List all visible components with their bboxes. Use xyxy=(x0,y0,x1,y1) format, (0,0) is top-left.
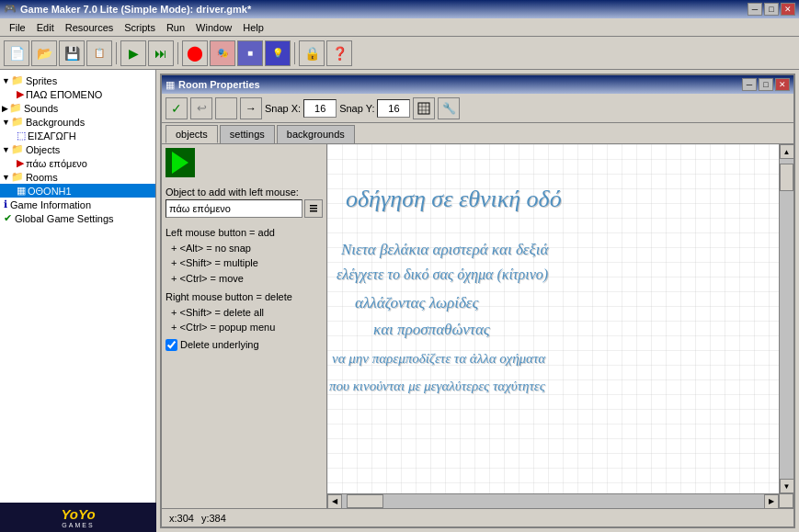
obj-icon-1: ▶ xyxy=(17,157,24,169)
object-browse-btn[interactable] xyxy=(304,199,323,218)
object-name-input[interactable] xyxy=(166,199,302,218)
toolbar-open[interactable]: 📂 xyxy=(31,40,57,66)
folder-icon-backgrounds: 📁 xyxy=(11,116,24,128)
sidebar-label-rooms: Rooms xyxy=(26,172,58,183)
folder-icon-rooms: 📁 xyxy=(11,171,24,183)
menu-run[interactable]: Run xyxy=(161,20,190,35)
sidebar-item-game-info[interactable]: ℹ Game Information xyxy=(0,198,155,211)
tab-backgrounds[interactable]: backgrounds xyxy=(277,125,355,143)
sidebar: ▼ 📁 Sprites ▶ ΠΑΩ ΕΠΟΜΕΝΟ ▶ 📁 Sounds ▼ 📁… xyxy=(0,70,156,532)
h-scroll-left-btn[interactable]: ◀ xyxy=(327,494,342,509)
sidebar-item-objects[interactable]: ▼ 📁 Objects xyxy=(0,142,155,156)
maximize-button[interactable]: □ xyxy=(764,3,779,16)
dialog-icon: ▦ xyxy=(166,79,175,91)
h-scroll-thumb[interactable] xyxy=(347,494,383,508)
scroll-corner xyxy=(779,493,793,508)
menu-help[interactable]: Help xyxy=(237,20,269,35)
v-scrollbar[interactable]: ▲ ▼ xyxy=(779,144,793,493)
expand-backgrounds[interactable]: ▼ xyxy=(2,118,10,127)
h-scroll-right-btn[interactable]: ▶ xyxy=(764,494,779,509)
snap-y-input[interactable] xyxy=(377,99,410,118)
expand-sprites[interactable]: ▼ xyxy=(2,76,10,85)
dialog-tabs: objects settings backgrounds xyxy=(162,123,793,143)
v-scroll-track[interactable] xyxy=(780,159,793,479)
toolbar-lock[interactable]: 🔒 xyxy=(299,40,325,66)
dialog-blank-btn[interactable] xyxy=(215,97,237,119)
sidebar-label-sprites: Sprites xyxy=(26,75,57,86)
yoyo-logo-sub: GAMES xyxy=(62,522,94,528)
toolbar-copy[interactable]: 📋 xyxy=(86,40,112,66)
object-thumbnail xyxy=(166,148,195,177)
menu-resources[interactable]: Resources xyxy=(60,20,120,35)
svg-rect-0 xyxy=(418,103,429,114)
snap-x-input[interactable] xyxy=(303,99,337,118)
h-scroll-track[interactable] xyxy=(342,494,764,508)
sidebar-item-sprites[interactable]: ▼ 📁 Sprites xyxy=(0,74,155,87)
v-scroll-thumb[interactable] xyxy=(780,164,793,191)
toolbar-new[interactable]: 📄 xyxy=(4,40,29,66)
sidebar-item-sprite-1[interactable]: ▶ ΠΑΩ ΕΠΟΜΕΝΟ xyxy=(0,87,155,101)
sidebar-label-room-1: ΟΘΟΝΗ1 xyxy=(28,186,72,197)
content-area: ▦ Room Properties ─ □ ✕ ✓ ↩ → Snap X: Sn… xyxy=(156,70,799,532)
h-scrollbar[interactable]: ◀ ▶ xyxy=(327,493,779,508)
dialog-undo-btn[interactable]: ↩ xyxy=(190,97,212,119)
sidebar-item-bg-1[interactable]: ⬚ ΕΙΣΑΓΩΓΗ xyxy=(0,129,155,142)
toolbar-run[interactable]: ▶ xyxy=(120,40,146,66)
minimize-button[interactable]: ─ xyxy=(748,3,762,16)
menu-scripts[interactable]: Scripts xyxy=(119,20,161,35)
dialog-arrow-btn[interactable]: → xyxy=(240,97,262,119)
instr-line-5: Right mouse button = delete xyxy=(166,289,323,305)
instr-line-4: + <Ctrl> = move xyxy=(166,271,323,287)
dialog-maximize-btn[interactable]: □ xyxy=(759,78,773,91)
expand-rooms[interactable]: ▼ xyxy=(2,173,10,182)
v-scroll-down-btn[interactable]: ▼ xyxy=(780,479,794,493)
menu-edit[interactable]: Edit xyxy=(31,20,60,35)
dialog-minimize-btn[interactable]: ─ xyxy=(742,78,757,91)
settings-btn[interactable]: 🔧 xyxy=(438,97,460,119)
sidebar-item-game-settings[interactable]: ✔ Global Game Settings xyxy=(0,211,155,225)
status-x-value: 304 xyxy=(177,513,194,524)
dialog-ok-btn[interactable]: ✓ xyxy=(166,97,188,119)
svg-rect-7 xyxy=(310,210,317,212)
toolbar-help[interactable]: ❓ xyxy=(326,40,352,66)
object-input-row xyxy=(166,199,323,218)
menu-bar: File Edit Resources Scripts Run Window H… xyxy=(0,18,799,37)
menu-window[interactable]: Window xyxy=(190,20,237,35)
sidebar-item-sounds[interactable]: ▶ 📁 Sounds xyxy=(0,101,155,115)
toolbar-obj[interactable]: 💡 xyxy=(265,40,291,66)
tab-objects[interactable]: objects xyxy=(166,125,218,143)
folder-icon-sprites: 📁 xyxy=(11,74,24,86)
room-left-panel: Object to add with left mouse: Left xyxy=(162,144,327,508)
sidebar-label-obj-1: πάω επόμενο xyxy=(26,158,87,169)
toolbar-run-debug[interactable]: ⏭ xyxy=(148,40,174,66)
status-x-label: x: xyxy=(169,513,177,524)
sprite-icon-1: ▶ xyxy=(17,88,24,100)
dialog-status-bar: x: 304 y: 384 xyxy=(162,508,793,526)
v-scroll-up-btn[interactable]: ▲ xyxy=(780,144,794,159)
tab-settings[interactable]: settings xyxy=(220,125,275,143)
expand-sounds[interactable]: ▶ xyxy=(2,104,8,113)
menu-file[interactable]: File xyxy=(4,20,31,35)
expand-objects[interactable]: ▼ xyxy=(2,145,10,154)
sidebar-label-bg-1: ΕΙΣΑΓΩΓΗ xyxy=(28,130,76,141)
sidebar-label-sprite-1: ΠΑΩ ΕΠΟΜΕΝΟ xyxy=(26,89,102,100)
dialog-close-btn[interactable]: ✕ xyxy=(775,78,790,91)
delete-underlying-checkbox[interactable] xyxy=(166,339,177,351)
grid-container: οδήγηση σε εθνική οδό Νιετα βελάκια αρισ… xyxy=(327,144,779,493)
close-button[interactable]: ✕ xyxy=(781,3,795,16)
toolbar-save[interactable]: 💾 xyxy=(59,40,85,66)
room-grid[interactable]: οδήγηση σε εθνική οδό Νιετα βελάκια αρισ… xyxy=(327,144,779,493)
app-title-bar: 🎮 Game Maker 7.0 Lite (Simple Mode): dri… xyxy=(0,0,799,18)
toolbar-sprite[interactable]: 🎭 xyxy=(210,40,235,66)
delete-underlying-label: Delete underlying xyxy=(180,339,259,350)
main-layout: ▼ 📁 Sprites ▶ ΠΑΩ ΕΠΟΜΕΝΟ ▶ 📁 Sounds ▼ 📁… xyxy=(0,70,799,532)
grid-toggle-btn[interactable] xyxy=(413,97,435,119)
sidebar-label-sounds: Sounds xyxy=(24,103,58,114)
sidebar-item-backgrounds[interactable]: ▼ 📁 Backgrounds xyxy=(0,115,155,129)
sidebar-item-obj-1[interactable]: ▶ πάω επόμενο xyxy=(0,156,155,170)
toolbar-bg[interactable]: ■ xyxy=(237,40,263,66)
sidebar-item-rooms[interactable]: ▼ 📁 Rooms xyxy=(0,170,155,184)
toolbar-stop[interactable]: ⬤ xyxy=(182,40,208,66)
sidebar-item-room-1[interactable]: ▦ ΟΘΟΝΗ1 xyxy=(0,184,155,198)
bg-icon-1: ⬚ xyxy=(17,130,26,141)
